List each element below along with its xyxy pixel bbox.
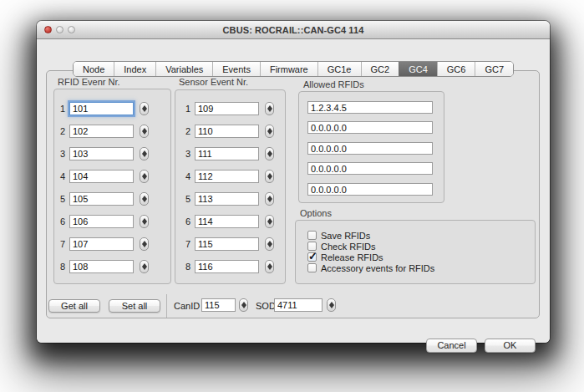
stepper-down-icon[interactable] bbox=[142, 109, 147, 112]
sensor-event-stepper-3[interactable] bbox=[265, 147, 274, 160]
rfid-event-stepper-3[interactable] bbox=[140, 147, 149, 160]
sensor-event-input-1[interactable] bbox=[195, 102, 259, 115]
cancel-button[interactable]: Cancel bbox=[426, 339, 477, 353]
canid-input[interactable] bbox=[201, 298, 236, 312]
sensor-event-input-8[interactable] bbox=[195, 260, 259, 273]
get-all-button[interactable]: Get all bbox=[48, 299, 100, 313]
row-index: 1 bbox=[180, 104, 190, 114]
sensor-event-stepper-4[interactable] bbox=[265, 170, 274, 183]
rfid-event-stepper-8[interactable] bbox=[140, 260, 149, 273]
rfid-event-row-3: 3 bbox=[55, 147, 149, 160]
set-all-button[interactable]: Set all bbox=[109, 299, 160, 313]
sensor-event-row-3: 3 bbox=[180, 147, 274, 160]
rfid-event-input-3[interactable] bbox=[69, 147, 134, 160]
stepper-down-icon[interactable] bbox=[241, 305, 246, 308]
row-index: 2 bbox=[180, 126, 190, 136]
row-index: 1 bbox=[55, 104, 65, 114]
checkbox-label: Release RFIDs bbox=[321, 252, 383, 262]
stepper-down-icon[interactable] bbox=[142, 199, 147, 202]
sensor-event-stepper-1[interactable] bbox=[265, 102, 274, 115]
rfid-group-label: RFID Evenr Nr. bbox=[58, 77, 120, 87]
screenshot-stage: CBUS: ROCRAIL::CAN-GC4 114 Node Index Va… bbox=[0, 0, 584, 392]
sensor-event-input-5[interactable] bbox=[195, 192, 259, 206]
tab-node[interactable]: Node bbox=[74, 62, 114, 76]
rfid-event-stepper-5[interactable] bbox=[140, 192, 149, 206]
tab-events[interactable]: Events bbox=[212, 62, 260, 76]
canid-stepper[interactable] bbox=[239, 298, 248, 312]
sensor-event-row-7: 7 bbox=[180, 237, 274, 251]
stepper-down-icon[interactable] bbox=[267, 131, 272, 135]
options-group-label: Options bbox=[300, 208, 332, 218]
stepper-down-icon[interactable] bbox=[142, 176, 147, 180]
sensor-event-stepper-6[interactable] bbox=[265, 215, 274, 228]
rfid-event-stepper-4[interactable] bbox=[140, 170, 149, 183]
stepper-down-icon[interactable] bbox=[142, 267, 147, 270]
checkbox-label: Accessory events for RFIDs bbox=[321, 263, 434, 273]
sod-label: SOD bbox=[256, 301, 276, 311]
sensor-event-row-5: 5 bbox=[180, 192, 274, 206]
stepper-down-icon[interactable] bbox=[267, 176, 272, 180]
rfid-event-input-8[interactable] bbox=[69, 260, 134, 273]
rfid-event-row-8: 8 bbox=[55, 260, 149, 273]
rfid-event-input-2[interactable] bbox=[69, 125, 134, 138]
option-row-save-rfids: Save RFIDs bbox=[307, 230, 370, 241]
tab-gc4[interactable]: GC4 bbox=[399, 62, 437, 76]
row-index: 4 bbox=[55, 171, 65, 181]
title-bar[interactable]: CBUS: ROCRAIL::CAN-GC4 114 bbox=[37, 21, 550, 39]
allowed-rfid-input-3[interactable] bbox=[307, 142, 433, 155]
stepper-down-icon[interactable] bbox=[329, 305, 334, 308]
rfid-event-input-4[interactable] bbox=[69, 170, 134, 183]
rfid-event-row-2: 2 bbox=[55, 125, 149, 138]
ok-button[interactable]: OK bbox=[485, 339, 536, 353]
stepper-down-icon[interactable] bbox=[267, 244, 272, 247]
stepper-down-icon[interactable] bbox=[142, 221, 147, 225]
sensor-event-stepper-8[interactable] bbox=[265, 260, 274, 273]
release-rfids-checkbox[interactable] bbox=[307, 252, 317, 262]
sod-stepper[interactable] bbox=[327, 298, 336, 312]
sensor-event-stepper-2[interactable] bbox=[265, 125, 274, 138]
row-index: 8 bbox=[55, 262, 65, 272]
rfid-event-input-6[interactable] bbox=[69, 215, 134, 228]
rfid-event-input-7[interactable] bbox=[69, 237, 134, 251]
allowed-rfid-input-4[interactable] bbox=[307, 162, 433, 175]
row-index: 6 bbox=[180, 216, 190, 227]
rfid-event-input-5[interactable] bbox=[69, 192, 134, 206]
stepper-down-icon[interactable] bbox=[142, 131, 147, 135]
sensor-event-row-4: 4 bbox=[180, 170, 274, 183]
tab-gc6[interactable]: GC6 bbox=[437, 62, 475, 76]
accessory-events-checkbox[interactable] bbox=[307, 263, 317, 272]
sensor-event-stepper-7[interactable] bbox=[265, 237, 274, 251]
allowed-rfid-input-5[interactable] bbox=[307, 183, 433, 196]
stepper-down-icon[interactable] bbox=[267, 109, 272, 112]
sensor-event-row-2: 2 bbox=[180, 125, 274, 138]
sensor-event-stepper-5[interactable] bbox=[265, 192, 274, 206]
sensor-event-input-7[interactable] bbox=[195, 237, 259, 251]
save-rfids-checkbox[interactable] bbox=[307, 231, 317, 240]
allowed-rfid-input-2[interactable] bbox=[307, 121, 433, 134]
tab-gc7[interactable]: GC7 bbox=[475, 62, 513, 76]
rfid-event-stepper-6[interactable] bbox=[140, 215, 149, 228]
sensor-event-input-2[interactable] bbox=[195, 125, 259, 138]
stepper-down-icon[interactable] bbox=[267, 267, 272, 270]
stepper-down-icon[interactable] bbox=[267, 154, 272, 157]
stepper-down-icon[interactable] bbox=[267, 221, 272, 225]
sensor-event-input-4[interactable] bbox=[195, 170, 259, 183]
rfid-event-stepper-7[interactable] bbox=[140, 237, 149, 251]
allowed-rfid-input-1[interactable] bbox=[307, 101, 433, 114]
rfid-event-stepper-1[interactable] bbox=[140, 102, 149, 115]
sensor-event-input-6[interactable] bbox=[195, 215, 259, 228]
sod-input[interactable] bbox=[274, 298, 322, 312]
sensor-event-input-3[interactable] bbox=[195, 147, 259, 160]
rfid-event-row-4: 4 bbox=[55, 170, 149, 183]
tab-index[interactable]: Index bbox=[114, 62, 155, 76]
stepper-down-icon[interactable] bbox=[267, 199, 272, 202]
tab-gc1e[interactable]: GC1e bbox=[317, 62, 361, 76]
tab-firmware[interactable]: Firmware bbox=[260, 62, 317, 76]
rfid-event-stepper-2[interactable] bbox=[140, 125, 149, 138]
tab-variables[interactable]: Variables bbox=[155, 62, 212, 76]
stepper-down-icon[interactable] bbox=[142, 154, 147, 157]
row-index: 7 bbox=[180, 239, 190, 249]
tab-gc2[interactable]: GC2 bbox=[361, 62, 399, 76]
rfid-event-input-1[interactable] bbox=[69, 102, 134, 115]
stepper-down-icon[interactable] bbox=[142, 244, 147, 247]
